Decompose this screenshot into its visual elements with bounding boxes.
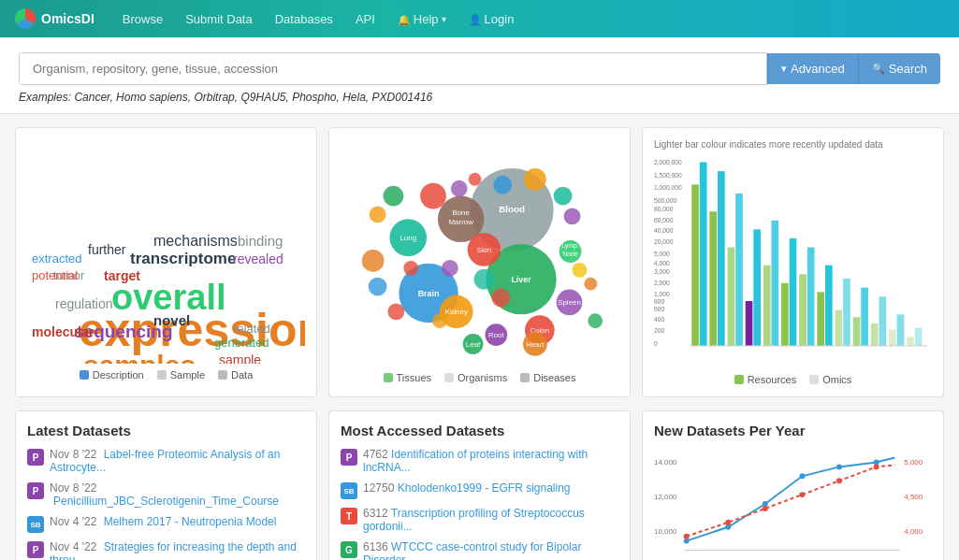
dot-red-4 bbox=[799, 492, 805, 497]
ds-info-3: Nov 4 '22 Strategies for increasing the … bbox=[50, 540, 305, 560]
bubble-chart: Blood Liver Brain Bone Marrow Skin Lung … bbox=[341, 139, 618, 364]
bubble-small-16 bbox=[442, 260, 458, 277]
list-item: P Nov 4 '22 Strategies for increasing th… bbox=[27, 540, 305, 560]
ma-id-3: 6136 bbox=[363, 540, 388, 553]
bubble-legend: Tissues Organisms Diseases bbox=[341, 372, 618, 383]
bar-11-green bbox=[871, 323, 879, 346]
ma-badge-2: T bbox=[341, 508, 357, 524]
svg-text:1,000,000: 1,000,000 bbox=[654, 184, 682, 191]
bar-6-teal bbox=[790, 238, 797, 346]
wc-word-samples: samples bbox=[83, 350, 196, 364]
nav-login[interactable]: Login bbox=[459, 7, 524, 32]
main-content: expression samples analysis overall tran… bbox=[0, 114, 959, 560]
ds-badge-0: P bbox=[27, 449, 44, 466]
ma-title-1[interactable]: Kholodenko1999 - EGFR signaling bbox=[398, 481, 571, 495]
bubble-small-4 bbox=[554, 187, 573, 206]
bubble-small-20 bbox=[469, 173, 482, 186]
ma-info-0: 4762 Identification of proteins interact… bbox=[363, 448, 618, 474]
svg-text:4,000: 4,000 bbox=[654, 260, 670, 266]
legend-diseases-dot bbox=[520, 373, 530, 382]
ma-info-3: 6136 WTCCC case-control study for Bipola… bbox=[363, 540, 618, 560]
bubble-small-8 bbox=[362, 250, 385, 272]
ds-badge-3: P bbox=[27, 541, 44, 558]
bar-10-teal bbox=[861, 288, 868, 346]
svg-text:Leaf: Leaf bbox=[466, 340, 481, 349]
svg-text:80,000: 80,000 bbox=[654, 206, 674, 212]
bubble-small-5 bbox=[564, 208, 581, 224]
legend-organisms: Organisms bbox=[444, 372, 507, 383]
dot-red-2 bbox=[725, 520, 731, 525]
bar-12-teal bbox=[897, 314, 905, 346]
search-input[interactable] bbox=[20, 53, 766, 84]
ds-title-2[interactable]: Melhem 2017 - Neutropenia Model bbox=[104, 515, 277, 528]
bubble-small-3 bbox=[524, 168, 546, 191]
bar-panel: Lighter bar colour indicates more recent… bbox=[642, 127, 944, 397]
nav-databases[interactable]: Databases bbox=[266, 7, 342, 32]
svg-text:4,500: 4,500 bbox=[904, 493, 923, 501]
bar-7-teal bbox=[807, 248, 815, 346]
ds-date-1: Nov 8 '22 bbox=[50, 481, 96, 495]
wordcloud-legend: Description Sample Data bbox=[27, 369, 305, 381]
most-accessed-list: P 4762 Identification of proteins intera… bbox=[341, 448, 618, 560]
bell-icon bbox=[398, 12, 411, 26]
bubble-small-14 bbox=[584, 278, 597, 291]
ma-badge-1: SB bbox=[341, 482, 357, 499]
legend-sample: Sample bbox=[157, 369, 205, 381]
wc-word-sample: sample bbox=[219, 352, 261, 364]
svg-text:Lung: Lung bbox=[400, 234, 416, 242]
wc-word-extracted: extracted bbox=[32, 251, 81, 266]
ma-title-2[interactable]: Transcription profiling of Streptococcus… bbox=[363, 507, 585, 533]
ma-info-1: 12750 Kholodenko1999 - EGFR signaling bbox=[363, 481, 571, 495]
legend-data-dot bbox=[218, 370, 227, 380]
legend-omics-label: Omics bbox=[822, 374, 851, 385]
wc-word-generated: generated bbox=[214, 336, 269, 350]
list-item: G 6136 WTCCC case-control study for Bipo… bbox=[341, 540, 618, 560]
ma-id-2: 6312 bbox=[363, 507, 388, 520]
nav-help[interactable]: Help ▾ bbox=[388, 7, 456, 32]
dot-red-5 bbox=[836, 478, 842, 483]
advanced-button[interactable]: Advanced bbox=[767, 53, 858, 84]
svg-text:60,000: 60,000 bbox=[654, 217, 674, 223]
ds-info-2: Nov 4 '22 Melhem 2017 - Neutropenia Mode… bbox=[50, 515, 276, 528]
svg-text:Blood: Blood bbox=[499, 204, 525, 214]
nav-links: Browse Submit Data Databases API Help ▾ … bbox=[113, 7, 524, 32]
line-chart-area: 14,000 12,000 10,000 5,000 4,500 4,000 bbox=[654, 448, 932, 560]
svg-text:800: 800 bbox=[654, 298, 664, 305]
search-button[interactable]: Search bbox=[858, 53, 940, 84]
bar-12-green bbox=[889, 330, 896, 346]
bubble-small-17 bbox=[432, 313, 447, 328]
bar-chart-area: 2,000,000 1,500,000 1,000,000 500,000 80… bbox=[654, 153, 932, 368]
nav-api[interactable]: API bbox=[346, 7, 385, 32]
nav-browse[interactable]: Browse bbox=[113, 7, 172, 32]
wc-word-regulation: regulation bbox=[55, 296, 113, 311]
ds-title-1[interactable]: Penicillium_JBC_Sclerotigenin_Time_Cours… bbox=[53, 495, 279, 508]
bubble-small-6 bbox=[384, 186, 404, 207]
search-row: Advanced Search bbox=[19, 52, 940, 85]
nav-submit[interactable]: Submit Data bbox=[176, 7, 262, 32]
wordcloud-container: expression samples analysis overall tran… bbox=[27, 139, 305, 364]
ma-title-0[interactable]: Identification of proteins interacting w… bbox=[363, 448, 588, 474]
ma-title-3[interactable]: WTCCC case-control study for Bipolar Dis… bbox=[363, 540, 581, 560]
wc-word-binding: binding bbox=[238, 233, 283, 249]
bar-5-green bbox=[763, 266, 771, 346]
legend-sample-label: Sample bbox=[170, 369, 205, 381]
svg-text:Lymp.: Lymp. bbox=[561, 242, 579, 250]
bar-note: Lighter bar colour indicates more recent… bbox=[654, 139, 932, 150]
legend-tissues-dot bbox=[384, 373, 393, 382]
svg-text:200: 200 bbox=[654, 327, 664, 334]
legend-omics: Omics bbox=[809, 374, 851, 385]
svg-text:Heart: Heart bbox=[526, 340, 545, 349]
line-red bbox=[687, 465, 895, 536]
legend-sample-dot bbox=[157, 370, 167, 380]
svg-text:10,000: 10,000 bbox=[654, 527, 677, 536]
bar-3-green bbox=[728, 248, 735, 346]
legend-diseases-label: Diseases bbox=[533, 372, 575, 383]
ma-id-0: 4762 bbox=[363, 448, 388, 461]
svg-text:Spleen: Spleen bbox=[558, 298, 581, 307]
bar-legend: Resources Omics bbox=[654, 374, 932, 385]
logo[interactable]: OmicsDI bbox=[15, 8, 94, 29]
list-item: T 6312 Transcription profiling of Strept… bbox=[341, 507, 618, 533]
svg-text:5,000: 5,000 bbox=[654, 251, 670, 257]
svg-text:500,000: 500,000 bbox=[654, 197, 676, 204]
wc-word-revealed: revealed bbox=[233, 251, 283, 266]
